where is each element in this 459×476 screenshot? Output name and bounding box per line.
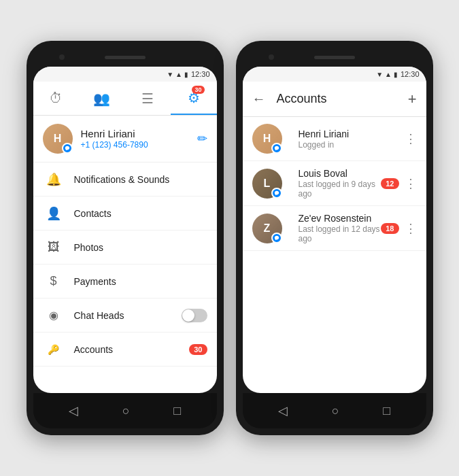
nav-back-left[interactable]: ◁ bbox=[69, 403, 78, 418]
right-phone: ▼ ▲ ▮ 12:30 ← Accounts + H bbox=[236, 41, 433, 435]
zeev-info: Ze'ev Rosenstein Last logged in 12 days … bbox=[299, 213, 381, 243]
speaker-left bbox=[105, 56, 146, 59]
accounts-badge: 30 bbox=[189, 344, 207, 355]
tab-people[interactable]: 👥 bbox=[79, 82, 125, 115]
left-phone: ▼ ▲ ▮ 12:30 ⏱ 👥 ☰ ⚙ 30 bbox=[27, 41, 224, 435]
right-phone-screen: ▼ ▲ ▮ 12:30 ← Accounts + H bbox=[243, 67, 426, 393]
wifi-icon-r: ▲ bbox=[385, 71, 392, 78]
status-time-left: 12:30 bbox=[191, 70, 210, 78]
zeev-badge: 18 bbox=[381, 223, 398, 234]
zeev-messenger-badge bbox=[271, 233, 282, 243]
henri-name: Henri Liriani bbox=[299, 129, 405, 139]
contacts-label: Contacts bbox=[74, 208, 207, 219]
louis-more-button[interactable]: ⋮ bbox=[405, 176, 417, 191]
henri-status: Logged in bbox=[299, 140, 405, 150]
payments-label: Payments bbox=[74, 276, 207, 287]
battery-icon-r: ▮ bbox=[394, 71, 398, 78]
chatheads-icon: ◉ bbox=[43, 309, 65, 322]
henri-messenger-badge bbox=[271, 143, 282, 154]
accounts-list: H Henri Liriani Logged in ⋮ bbox=[243, 117, 426, 393]
menu-payments[interactable]: $ Payments bbox=[33, 265, 217, 299]
camera-left bbox=[59, 54, 65, 60]
signal-icon-r: ▼ bbox=[376, 71, 383, 78]
accounts-badge-wrap: 30 bbox=[189, 344, 207, 355]
zeev-avatar-wrap: Z bbox=[252, 214, 282, 243]
wifi-icon: ▲ bbox=[175, 71, 182, 78]
nav-home-right[interactable]: ○ bbox=[332, 404, 339, 418]
menu-accounts[interactable]: 🔑 Accounts 30 bbox=[33, 333, 217, 367]
menu-chatheads[interactable]: ◉ Chat Heads bbox=[33, 299, 217, 333]
left-phone-screen: ▼ ▲ ▮ 12:30 ⏱ 👥 ☰ ⚙ 30 bbox=[33, 67, 217, 393]
tab-recent[interactable]: ⏱ bbox=[33, 82, 80, 115]
accounts-header: ← Accounts + bbox=[243, 82, 426, 117]
status-bar-left: ▼ ▲ ▮ 12:30 bbox=[33, 67, 217, 82]
avatar-wrap: H bbox=[43, 124, 73, 154]
user-phone: +1 (123) 456-7890 bbox=[81, 140, 197, 150]
notifications-label: Notifications & Sounds bbox=[74, 174, 207, 185]
account-item-louis[interactable]: L Louis Boval Last logged in 9 days ago … bbox=[243, 161, 426, 206]
account-item-zeev[interactable]: Z Ze'ev Rosenstein Last logged in 12 day… bbox=[243, 206, 426, 251]
user-name: Henri Liriani bbox=[81, 128, 197, 139]
camera-right bbox=[269, 54, 274, 60]
tab-bar: ⏱ 👥 ☰ ⚙ 30 bbox=[33, 82, 217, 116]
phones-container: ▼ ▲ ▮ 12:30 ⏱ 👥 ☰ ⚙ 30 bbox=[27, 41, 433, 435]
nav-home-left[interactable]: ○ bbox=[122, 404, 130, 418]
louis-info: Louis Boval Last logged in 9 days ago bbox=[299, 168, 381, 199]
henri-avatar-wrap: H bbox=[252, 124, 282, 154]
menu-photos[interactable]: 🖼 Photos bbox=[33, 231, 217, 265]
tab-list[interactable]: ☰ bbox=[125, 82, 171, 115]
signal-icon: ▼ bbox=[167, 71, 173, 78]
zeev-right: 18 ⋮ bbox=[381, 221, 416, 236]
status-icons-right: ▼ ▲ ▮ bbox=[376, 71, 398, 78]
edit-icon[interactable]: ✏ bbox=[197, 131, 207, 146]
chatheads-toggle[interactable] bbox=[182, 309, 207, 322]
bottom-nav-right: ◁ ○ □ bbox=[243, 393, 426, 428]
recent-icon: ⏱ bbox=[49, 90, 63, 106]
nav-back-right[interactable]: ◁ bbox=[278, 403, 288, 418]
people-icon: 👥 bbox=[93, 90, 110, 107]
accounts-title: Accounts bbox=[277, 92, 408, 106]
settings-badge: 30 bbox=[192, 86, 204, 94]
louis-status: Last logged in 9 days ago bbox=[299, 180, 381, 199]
zeev-more-button[interactable]: ⋮ bbox=[405, 221, 417, 236]
accounts-label: Accounts bbox=[74, 344, 190, 355]
tab-settings[interactable]: ⚙ 30 bbox=[171, 82, 217, 115]
louis-right: 12 ⋮ bbox=[381, 176, 416, 191]
account-item-henri[interactable]: H Henri Liriani Logged in ⋮ bbox=[243, 117, 426, 161]
list-icon: ☰ bbox=[141, 90, 154, 107]
back-button[interactable]: ← bbox=[252, 91, 266, 107]
louis-messenger-badge bbox=[271, 188, 282, 199]
louis-badge: 12 bbox=[381, 178, 398, 189]
add-account-button[interactable]: + bbox=[408, 90, 417, 108]
battery-icon: ▮ bbox=[184, 71, 188, 78]
menu-contacts[interactable]: 👤 Contacts bbox=[33, 197, 217, 231]
henri-info: Henri Liriani Logged in bbox=[299, 129, 405, 150]
bottom-nav-left: ◁ ○ □ bbox=[33, 393, 217, 428]
henri-right: ⋮ bbox=[405, 131, 417, 146]
zeev-status: Last logged in 12 days ago bbox=[299, 224, 381, 243]
phone-top-bar-left bbox=[33, 48, 217, 67]
user-header[interactable]: H Henri Liriani +1 (123) 456-7890 ✏ bbox=[33, 116, 217, 163]
chatheads-toggle-wrap bbox=[182, 309, 207, 322]
user-info: Henri Liriani +1 (123) 456-7890 bbox=[81, 128, 197, 150]
status-time-right: 12:30 bbox=[401, 70, 420, 78]
zeev-name: Ze'ev Rosenstein bbox=[299, 213, 381, 224]
accounts-icon: 🔑 bbox=[43, 344, 65, 355]
left-scroll: H Henri Liriani +1 (123) 456-7890 ✏ bbox=[33, 116, 217, 393]
nav-recent-left[interactable]: □ bbox=[173, 404, 181, 418]
contacts-icon: 👤 bbox=[43, 206, 65, 221]
henri-more-button[interactable]: ⋮ bbox=[405, 131, 417, 146]
phone-top-bar-right bbox=[243, 48, 426, 67]
photos-icon: 🖼 bbox=[43, 240, 65, 254]
photos-label: Photos bbox=[74, 242, 207, 253]
notifications-icon: 🔔 bbox=[43, 172, 65, 187]
payments-icon: $ bbox=[43, 274, 65, 288]
louis-name: Louis Boval bbox=[299, 168, 381, 179]
louis-avatar-wrap: L bbox=[252, 169, 282, 199]
chatheads-label: Chat Heads bbox=[74, 310, 182, 321]
status-bar-right: ▼ ▲ ▮ 12:30 bbox=[243, 67, 426, 82]
toggle-knob bbox=[182, 309, 194, 322]
menu-notifications[interactable]: 🔔 Notifications & Sounds bbox=[33, 163, 217, 197]
messenger-badge bbox=[62, 143, 73, 154]
nav-recent-right[interactable]: □ bbox=[383, 404, 390, 418]
